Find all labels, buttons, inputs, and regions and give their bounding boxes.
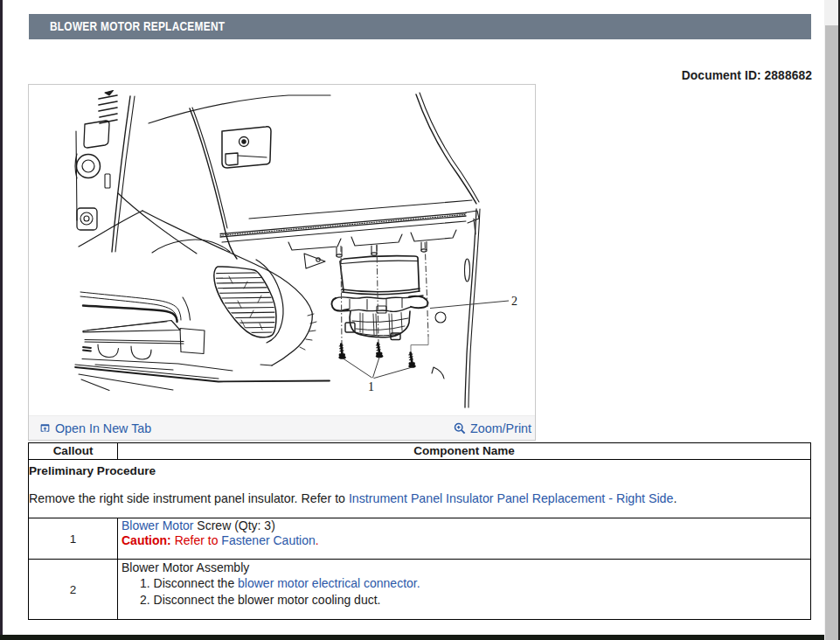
open-in-new-tab-button[interactable]: Open In New Tab [39, 421, 151, 435]
component-table: Callout Component Name Preliminary Proce… [28, 442, 811, 620]
technical-illustration: 1 2 [29, 85, 535, 414]
page-title-text: BLOWER MOTOR REPLACEMENT [50, 14, 225, 39]
step-1: 1. Disconnect the blower motor electrica… [140, 575, 807, 592]
electrical-connector-link[interactable]: blower motor electrical connector. [238, 576, 420, 590]
component-name-column-header: Component Name [118, 443, 811, 460]
glovebox-bottom-edge [249, 200, 472, 219]
scrollbar-thumb[interactable] [825, 25, 839, 640]
insulator-replacement-link[interactable]: Instrument Panel Insulator Panel Replace… [349, 491, 673, 505]
flange-right-ear [409, 296, 427, 308]
preliminary-text: Remove the right side instrument panel i… [29, 491, 349, 505]
zoom-print-button[interactable]: Zoom/Print [454, 421, 531, 435]
caution-line: Caution: Refer to Fastener Caution. [121, 533, 807, 548]
table-row-1: 1 Blower Motor Screw (Qty: 3) Caution: R… [29, 518, 811, 560]
console-knob [77, 155, 101, 178]
table-row-2: 2 Blower Motor Assembly 1. Disconnect th… [29, 560, 811, 620]
left-bracket [304, 254, 325, 268]
preliminary-row: Preliminary Procedure Remove the right s… [29, 460, 811, 518]
caution-period: . [316, 533, 319, 547]
insulator-panel [83, 321, 180, 332]
blower-motor-link[interactable]: Blower Motor [121, 518, 193, 532]
flange-left-ear [331, 298, 349, 311]
preliminary-text-end: . [673, 491, 677, 505]
mounting-rail [220, 216, 466, 237]
step-2: 2. Disconnect the blower motor cooling d… [140, 592, 807, 609]
window-left-edge [0, 0, 3, 640]
table-header-row: Callout Component Name [29, 443, 811, 460]
cowl-panel [465, 209, 476, 407]
open-in-new-tab-label: Open In New Tab [55, 421, 151, 435]
figure-canvas: 1 2 [29, 85, 535, 414]
callout-1-leaders [344, 358, 413, 379]
side-vent [214, 267, 276, 337]
glovebox-latch [222, 127, 271, 168]
console-display [84, 121, 109, 148]
zoom-in-icon [454, 422, 466, 435]
caution-label: Caution: [121, 533, 171, 547]
callout-2-cell: 2 [29, 560, 118, 620]
preliminary-procedure-text: Remove the right side instrument panel i… [29, 492, 809, 504]
document-id: Document ID: 2888682 [682, 69, 812, 82]
preliminary-cell: Preliminary Procedure Remove the right s… [29, 460, 811, 518]
centerline-1 [341, 246, 342, 346]
open-in-new-tab-icon [39, 422, 51, 434]
console-slat-arrow [105, 91, 114, 96]
step-1-text: 1. Disconnect the [140, 576, 238, 590]
callout-2-label: 2 [511, 295, 517, 308]
component-2-name: Blower Motor Assembly [121, 560, 807, 575]
fastener-caution-link[interactable]: Fastener Caution [221, 533, 315, 547]
page-title: BLOWER MOTOR REPLACEMENT [29, 14, 811, 39]
zoom-print-label: Zoom/Print [470, 421, 531, 435]
component-1-cell: Blower Motor Screw (Qty: 3) Caution: Ref… [118, 518, 811, 560]
component-2-cell: Blower Motor Assembly 1. Disconnect the … [118, 560, 811, 620]
window-bottom-edge [0, 635, 824, 640]
console-vent-slats [99, 95, 117, 123]
callout-column-header: Callout [29, 443, 118, 460]
vent-bezel [256, 260, 283, 343]
callout-1-label: 1 [368, 380, 374, 393]
caution-text: Refer to [171, 533, 222, 547]
figure-frame: 1 2 Open In New Tab Zoom/Print [28, 84, 536, 441]
console-button [77, 208, 97, 230]
figure-toolbar: Open In New Tab Zoom/Print [29, 415, 535, 440]
component-1-text: Screw (Qty: 3) [193, 518, 274, 532]
callout-1-cell: 1 [29, 518, 118, 560]
preliminary-procedure-title: Preliminary Procedure [29, 465, 809, 477]
component-1-name: Blower Motor Screw (Qty: 3) [121, 518, 807, 533]
dash-top-edge [149, 95, 330, 123]
